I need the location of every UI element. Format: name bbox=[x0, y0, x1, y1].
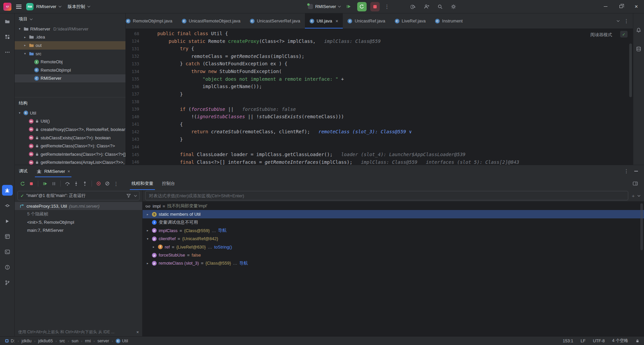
chevron-down-icon[interactable] bbox=[134, 194, 137, 196]
project-tree-row[interactable]: ▸.idea bbox=[15, 33, 125, 42]
line-number[interactable]: 138 bbox=[126, 99, 139, 104]
line-number[interactable]: 136 bbox=[126, 84, 139, 89]
line-number[interactable]: 143 bbox=[126, 137, 139, 142]
rerun-button[interactable] bbox=[18, 179, 27, 188]
line-number[interactable]: 135 bbox=[126, 76, 139, 81]
pause-button[interactable] bbox=[49, 179, 58, 188]
line-number[interactable]: 139 bbox=[126, 107, 139, 112]
mute-breakpoints-button[interactable] bbox=[103, 179, 112, 188]
line-number[interactable]: 132 bbox=[126, 54, 139, 59]
tool-debug-button[interactable] bbox=[2, 185, 13, 196]
structure-row[interactable]: ▾CUtil bbox=[15, 109, 125, 117]
editor-tab[interactable]: CLiveRef.java bbox=[390, 13, 431, 28]
variables-scrollbar[interactable] bbox=[640, 203, 643, 250]
line-number[interactable]: 133 bbox=[126, 61, 139, 66]
search-button[interactable] bbox=[435, 2, 445, 12]
rerun-button[interactable] bbox=[357, 2, 367, 11]
debug-session-tab[interactable]: RMIServer × bbox=[33, 165, 73, 177]
value-action-link[interactable]: toString() bbox=[214, 245, 232, 250]
step-out-button[interactable] bbox=[80, 179, 89, 188]
restore-button[interactable] bbox=[613, 0, 629, 13]
editor-tab[interactable]: CUnicastServerRef.java bbox=[245, 13, 305, 28]
variable-row[interactable]: ▸fref = {LiveRef@630} …toString() bbox=[143, 243, 644, 251]
filter-icon[interactable] bbox=[126, 193, 131, 198]
project-tree-row[interactable]: ▾RMIserverD:\idea\RMIserver bbox=[15, 25, 125, 33]
breadcrumb-item[interactable]: jdk8u bbox=[21, 339, 32, 343]
project-tree-row[interactable]: CRemoteObjImpl bbox=[15, 66, 125, 74]
line-ending[interactable]: LF bbox=[581, 339, 586, 343]
chevron-down-icon[interactable] bbox=[30, 17, 33, 20]
line-number[interactable]: 131 bbox=[126, 46, 139, 51]
debug-options-icon[interactable]: ⋮ bbox=[624, 168, 629, 174]
expand-chevron-icon[interactable]: ▾ bbox=[17, 27, 22, 30]
tool-problems-button[interactable] bbox=[2, 262, 13, 273]
expand-chevron-icon[interactable]: ▾ bbox=[17, 111, 22, 115]
variable-row[interactable]: impl = 找不到局部变量'impl' bbox=[143, 202, 644, 210]
structure-row[interactable]: mUtil() bbox=[15, 117, 125, 126]
main-menu-icon[interactable] bbox=[16, 5, 21, 9]
add-watch-icon[interactable]: + bbox=[632, 193, 635, 199]
hidden-tabs-icon[interactable] bbox=[617, 19, 620, 22]
structure-row[interactable]: mgetRemoteInterfaces(ArrayList<Class<?>>… bbox=[15, 158, 125, 165]
minimize-button[interactable] bbox=[598, 0, 613, 13]
variable-row[interactable]: ▾pclientRef = {UnicastRef@842} bbox=[143, 235, 644, 243]
stop-button[interactable] bbox=[27, 179, 36, 188]
project-tree-row[interactable]: ▸out bbox=[15, 41, 125, 50]
line-number[interactable]: 145 bbox=[126, 152, 139, 157]
expand-chevron-icon[interactable]: ▸ bbox=[145, 229, 150, 232]
caret-position[interactable]: 153:1 bbox=[563, 339, 573, 343]
chevron-down-icon[interactable] bbox=[638, 194, 640, 196]
value-action-link[interactable]: 导航 bbox=[239, 260, 248, 266]
close-session-icon[interactable]: × bbox=[67, 169, 70, 174]
line-number[interactable]: 140 bbox=[126, 114, 139, 119]
more-vertical-button[interactable]: ⋮ bbox=[112, 179, 120, 188]
expand-chevron-icon[interactable]: ▾ bbox=[145, 237, 150, 240]
view-breakpoints-button[interactable] bbox=[94, 179, 103, 188]
hide-panel-icon[interactable] bbox=[634, 171, 638, 171]
indent-setting[interactable]: 4 个空格 bbox=[612, 338, 628, 344]
more-options-icon[interactable]: ⋮ bbox=[382, 2, 392, 12]
project-tree-row[interactable]: ▾src bbox=[15, 50, 125, 58]
frame-row[interactable]: main:7, RMIServer bbox=[15, 226, 142, 234]
run-config-selector[interactable]: RMIServer bbox=[315, 4, 336, 9]
value-action-link[interactable]: 导航 bbox=[218, 227, 227, 233]
tool-commit-button[interactable] bbox=[2, 200, 13, 211]
project-tree-row[interactable]: IRemoteObj bbox=[15, 58, 125, 66]
tool-database-button[interactable] bbox=[633, 44, 644, 54]
frame-row[interactable]: createProxy:153, Util (sun.rmi.server) bbox=[15, 202, 142, 210]
editor-tab[interactable]: CUtil.java× bbox=[305, 13, 343, 28]
expand-chevron-icon[interactable]: ▸ bbox=[23, 44, 27, 47]
layout-settings-icon[interactable] bbox=[633, 181, 641, 186]
tool-notifications-button[interactable] bbox=[633, 25, 644, 36]
breadcrumb-item[interactable]: server bbox=[97, 339, 109, 343]
project-tree-row[interactable]: CRMIServer bbox=[15, 74, 125, 83]
resume-button[interactable] bbox=[41, 179, 49, 188]
breadcrumb-item[interactable]: CUtil bbox=[116, 339, 128, 343]
structure-row[interactable]: mcreateProxy(Class<?>, RemoteRef, boolea… bbox=[15, 125, 125, 134]
line-number[interactable]: 146 bbox=[126, 159, 139, 164]
editor-options-icon[interactable]: ⋮ bbox=[624, 18, 629, 24]
debug-resume-button[interactable] bbox=[344, 2, 354, 11]
tool-run-button[interactable] bbox=[2, 216, 13, 226]
editor-tab[interactable]: CInstrument bbox=[430, 13, 467, 28]
settings-button[interactable] bbox=[448, 2, 459, 12]
close-hint-icon[interactable]: × bbox=[136, 330, 139, 335]
chevron-down-icon[interactable] bbox=[88, 5, 90, 7]
tool-structure-button[interactable] bbox=[2, 31, 13, 42]
close-button[interactable]: × bbox=[629, 0, 644, 13]
line-number[interactable]: 124 bbox=[126, 39, 139, 44]
variable-row[interactable]: ▸pimplClass = {Class@559} …导航 bbox=[143, 226, 644, 234]
breadcrumb-item[interactable]: jdk8u65 bbox=[38, 339, 53, 343]
project-selector[interactable]: RMIserver bbox=[36, 4, 56, 9]
tool-services-button[interactable] bbox=[2, 231, 13, 242]
variable-row[interactable]: i变量调试信息不可用 bbox=[143, 218, 644, 226]
tab-console[interactable]: 控制台 bbox=[158, 177, 179, 190]
editor-tab[interactable]: CUnicastRemoteObject.java bbox=[177, 13, 245, 28]
editor-scrollbar[interactable] bbox=[629, 44, 632, 97]
expand-chevron-icon[interactable]: ▸ bbox=[23, 36, 27, 39]
line-number[interactable]: 137 bbox=[126, 91, 139, 96]
stop-button[interactable] bbox=[370, 2, 380, 11]
line-number[interactable]: 141 bbox=[126, 122, 139, 127]
evaluate-input[interactable] bbox=[145, 191, 628, 200]
vcs-menu[interactable]: 版本控制 bbox=[68, 4, 85, 10]
